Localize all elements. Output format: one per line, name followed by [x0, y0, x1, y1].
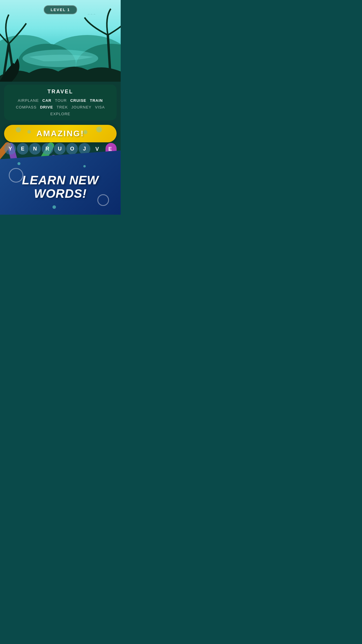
grid-cell[interactable]: E [17, 143, 29, 155]
grid-cell[interactable]: O [66, 143, 78, 155]
dot-decoration [17, 162, 20, 165]
grid-cell[interactable]: N [29, 143, 41, 155]
circle-decoration [97, 194, 109, 206]
word-explore: EXPLORE [50, 111, 70, 117]
word-cruise: CRUISE [70, 98, 86, 103]
dot-decoration [52, 205, 56, 209]
word-trek: TREK [57, 104, 68, 110]
learn-words-text: LEARN NEW WORDS! [22, 165, 99, 200]
word-drive: DRIVE [40, 104, 53, 110]
grid-cell[interactable]: Y [4, 143, 16, 155]
amazing-banner: AMAZING! [4, 125, 117, 142]
circle-decoration [9, 168, 23, 183]
grid-cell[interactable]: U [54, 143, 66, 155]
svg-text:⌒ ⌒ ⌒: ⌒ ⌒ ⌒ [87, 14, 96, 17]
category-title: TRAVEL [9, 89, 112, 95]
learn-line1: LEARN NEW [22, 173, 99, 187]
word-compass: COMPASS [16, 104, 36, 110]
word-car: CAR [42, 98, 51, 103]
grid-cell[interactable]: R [42, 143, 53, 155]
dot-decoration [83, 165, 86, 167]
level-badge: LEVEL 1 [44, 5, 77, 14]
word-visa: VISA [95, 104, 105, 110]
category-box: TRAVEL AIRPLANE CAR TOUR CRUISE TRAIN CO… [4, 85, 117, 120]
word-list: AIRPLANE CAR TOUR CRUISE TRAIN COMPASS D… [9, 98, 112, 117]
word-train: TRAIN [90, 98, 103, 103]
word-journey: JOURNEY [71, 104, 92, 110]
bottom-learn-banner: LEARN NEW WORDS! [0, 150, 121, 215]
learn-line2: WORDS! [34, 187, 87, 200]
word-airplane: AIRPLANE [18, 98, 39, 103]
game-screen: ⌒ ⌒ ⌒ LEVEL 1 [0, 0, 121, 215]
level-text: LEVEL 1 [51, 8, 70, 12]
word-tour: TOUR [55, 98, 67, 103]
amazing-text: AMAZING! [36, 129, 84, 138]
